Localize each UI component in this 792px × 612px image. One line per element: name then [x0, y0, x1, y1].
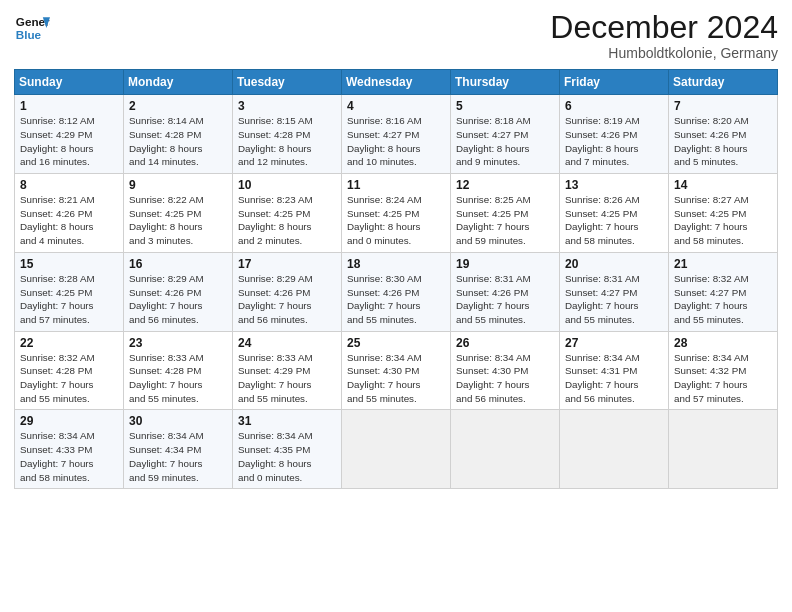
- calendar-cell: 2Sunrise: 8:14 AMSunset: 4:28 PMDaylight…: [124, 95, 233, 174]
- calendar-header-friday: Friday: [560, 70, 669, 95]
- day-number: 2: [129, 99, 227, 113]
- day-number: 28: [674, 336, 772, 350]
- day-number: 15: [20, 257, 118, 271]
- month-title: December 2024: [550, 10, 778, 45]
- day-info: Sunrise: 8:32 AMSunset: 4:27 PMDaylight:…: [674, 272, 772, 327]
- day-number: 20: [565, 257, 663, 271]
- day-info: Sunrise: 8:34 AMSunset: 4:32 PMDaylight:…: [674, 351, 772, 406]
- day-number: 29: [20, 414, 118, 428]
- calendar-cell: 16Sunrise: 8:29 AMSunset: 4:26 PMDayligh…: [124, 252, 233, 331]
- calendar-cell: 31Sunrise: 8:34 AMSunset: 4:35 PMDayligh…: [233, 410, 342, 489]
- calendar-cell: 25Sunrise: 8:34 AMSunset: 4:30 PMDayligh…: [342, 331, 451, 410]
- calendar-header-sunday: Sunday: [15, 70, 124, 95]
- day-info: Sunrise: 8:33 AMSunset: 4:29 PMDaylight:…: [238, 351, 336, 406]
- day-number: 14: [674, 178, 772, 192]
- day-info: Sunrise: 8:31 AMSunset: 4:27 PMDaylight:…: [565, 272, 663, 327]
- day-info: Sunrise: 8:28 AMSunset: 4:25 PMDaylight:…: [20, 272, 118, 327]
- logo: General Blue: [14, 10, 54, 46]
- day-info: Sunrise: 8:25 AMSunset: 4:25 PMDaylight:…: [456, 193, 554, 248]
- day-number: 26: [456, 336, 554, 350]
- day-number: 22: [20, 336, 118, 350]
- day-number: 13: [565, 178, 663, 192]
- day-number: 23: [129, 336, 227, 350]
- day-number: 25: [347, 336, 445, 350]
- day-info: Sunrise: 8:27 AMSunset: 4:25 PMDaylight:…: [674, 193, 772, 248]
- calendar-cell: 14Sunrise: 8:27 AMSunset: 4:25 PMDayligh…: [669, 174, 778, 253]
- day-info: Sunrise: 8:15 AMSunset: 4:28 PMDaylight:…: [238, 114, 336, 169]
- day-info: Sunrise: 8:34 AMSunset: 4:30 PMDaylight:…: [456, 351, 554, 406]
- day-number: 30: [129, 414, 227, 428]
- calendar-cell: 28Sunrise: 8:34 AMSunset: 4:32 PMDayligh…: [669, 331, 778, 410]
- calendar-cell: 29Sunrise: 8:34 AMSunset: 4:33 PMDayligh…: [15, 410, 124, 489]
- calendar-week-5: 29Sunrise: 8:34 AMSunset: 4:33 PMDayligh…: [15, 410, 778, 489]
- day-info: Sunrise: 8:12 AMSunset: 4:29 PMDaylight:…: [20, 114, 118, 169]
- calendar-cell: 5Sunrise: 8:18 AMSunset: 4:27 PMDaylight…: [451, 95, 560, 174]
- day-info: Sunrise: 8:34 AMSunset: 4:33 PMDaylight:…: [20, 429, 118, 484]
- calendar-cell: 24Sunrise: 8:33 AMSunset: 4:29 PMDayligh…: [233, 331, 342, 410]
- calendar-cell: 17Sunrise: 8:29 AMSunset: 4:26 PMDayligh…: [233, 252, 342, 331]
- calendar-cell: [342, 410, 451, 489]
- calendar-header-tuesday: Tuesday: [233, 70, 342, 95]
- calendar-cell: 26Sunrise: 8:34 AMSunset: 4:30 PMDayligh…: [451, 331, 560, 410]
- day-info: Sunrise: 8:34 AMSunset: 4:30 PMDaylight:…: [347, 351, 445, 406]
- day-number: 4: [347, 99, 445, 113]
- day-info: Sunrise: 8:34 AMSunset: 4:35 PMDaylight:…: [238, 429, 336, 484]
- calendar-cell: 7Sunrise: 8:20 AMSunset: 4:26 PMDaylight…: [669, 95, 778, 174]
- calendar-cell: 8Sunrise: 8:21 AMSunset: 4:26 PMDaylight…: [15, 174, 124, 253]
- calendar-week-1: 1Sunrise: 8:12 AMSunset: 4:29 PMDaylight…: [15, 95, 778, 174]
- calendar-week-4: 22Sunrise: 8:32 AMSunset: 4:28 PMDayligh…: [15, 331, 778, 410]
- day-info: Sunrise: 8:30 AMSunset: 4:26 PMDaylight:…: [347, 272, 445, 327]
- day-number: 19: [456, 257, 554, 271]
- day-number: 18: [347, 257, 445, 271]
- calendar-cell: 21Sunrise: 8:32 AMSunset: 4:27 PMDayligh…: [669, 252, 778, 331]
- calendar-cell: 11Sunrise: 8:24 AMSunset: 4:25 PMDayligh…: [342, 174, 451, 253]
- day-info: Sunrise: 8:23 AMSunset: 4:25 PMDaylight:…: [238, 193, 336, 248]
- calendar-cell: 15Sunrise: 8:28 AMSunset: 4:25 PMDayligh…: [15, 252, 124, 331]
- calendar-week-2: 8Sunrise: 8:21 AMSunset: 4:26 PMDaylight…: [15, 174, 778, 253]
- calendar-cell: 18Sunrise: 8:30 AMSunset: 4:26 PMDayligh…: [342, 252, 451, 331]
- day-number: 16: [129, 257, 227, 271]
- day-info: Sunrise: 8:29 AMSunset: 4:26 PMDaylight:…: [238, 272, 336, 327]
- calendar-cell: 13Sunrise: 8:26 AMSunset: 4:25 PMDayligh…: [560, 174, 669, 253]
- day-number: 8: [20, 178, 118, 192]
- day-number: 1: [20, 99, 118, 113]
- calendar-header-wednesday: Wednesday: [342, 70, 451, 95]
- day-number: 31: [238, 414, 336, 428]
- calendar: SundayMondayTuesdayWednesdayThursdayFrid…: [14, 69, 778, 489]
- day-info: Sunrise: 8:26 AMSunset: 4:25 PMDaylight:…: [565, 193, 663, 248]
- calendar-header-row: SundayMondayTuesdayWednesdayThursdayFrid…: [15, 70, 778, 95]
- location: Humboldtkolonie, Germany: [550, 45, 778, 61]
- day-info: Sunrise: 8:22 AMSunset: 4:25 PMDaylight:…: [129, 193, 227, 248]
- calendar-cell: 27Sunrise: 8:34 AMSunset: 4:31 PMDayligh…: [560, 331, 669, 410]
- calendar-cell: 1Sunrise: 8:12 AMSunset: 4:29 PMDaylight…: [15, 95, 124, 174]
- day-info: Sunrise: 8:32 AMSunset: 4:28 PMDaylight:…: [20, 351, 118, 406]
- header: General Blue December 2024 Humboldtkolon…: [14, 10, 778, 61]
- calendar-header-saturday: Saturday: [669, 70, 778, 95]
- day-info: Sunrise: 8:21 AMSunset: 4:26 PMDaylight:…: [20, 193, 118, 248]
- calendar-cell: [560, 410, 669, 489]
- calendar-header-monday: Monday: [124, 70, 233, 95]
- day-info: Sunrise: 8:33 AMSunset: 4:28 PMDaylight:…: [129, 351, 227, 406]
- day-info: Sunrise: 8:16 AMSunset: 4:27 PMDaylight:…: [347, 114, 445, 169]
- day-number: 11: [347, 178, 445, 192]
- calendar-cell: [451, 410, 560, 489]
- calendar-cell: 20Sunrise: 8:31 AMSunset: 4:27 PMDayligh…: [560, 252, 669, 331]
- day-number: 7: [674, 99, 772, 113]
- calendar-cell: 30Sunrise: 8:34 AMSunset: 4:34 PMDayligh…: [124, 410, 233, 489]
- calendar-cell: 22Sunrise: 8:32 AMSunset: 4:28 PMDayligh…: [15, 331, 124, 410]
- calendar-cell: 12Sunrise: 8:25 AMSunset: 4:25 PMDayligh…: [451, 174, 560, 253]
- day-number: 10: [238, 178, 336, 192]
- day-info: Sunrise: 8:18 AMSunset: 4:27 PMDaylight:…: [456, 114, 554, 169]
- day-number: 9: [129, 178, 227, 192]
- day-info: Sunrise: 8:31 AMSunset: 4:26 PMDaylight:…: [456, 272, 554, 327]
- day-info: Sunrise: 8:29 AMSunset: 4:26 PMDaylight:…: [129, 272, 227, 327]
- calendar-cell: 6Sunrise: 8:19 AMSunset: 4:26 PMDaylight…: [560, 95, 669, 174]
- day-number: 21: [674, 257, 772, 271]
- day-info: Sunrise: 8:34 AMSunset: 4:31 PMDaylight:…: [565, 351, 663, 406]
- day-number: 5: [456, 99, 554, 113]
- calendar-header-thursday: Thursday: [451, 70, 560, 95]
- calendar-cell: [669, 410, 778, 489]
- calendar-cell: 3Sunrise: 8:15 AMSunset: 4:28 PMDaylight…: [233, 95, 342, 174]
- day-info: Sunrise: 8:19 AMSunset: 4:26 PMDaylight:…: [565, 114, 663, 169]
- day-number: 17: [238, 257, 336, 271]
